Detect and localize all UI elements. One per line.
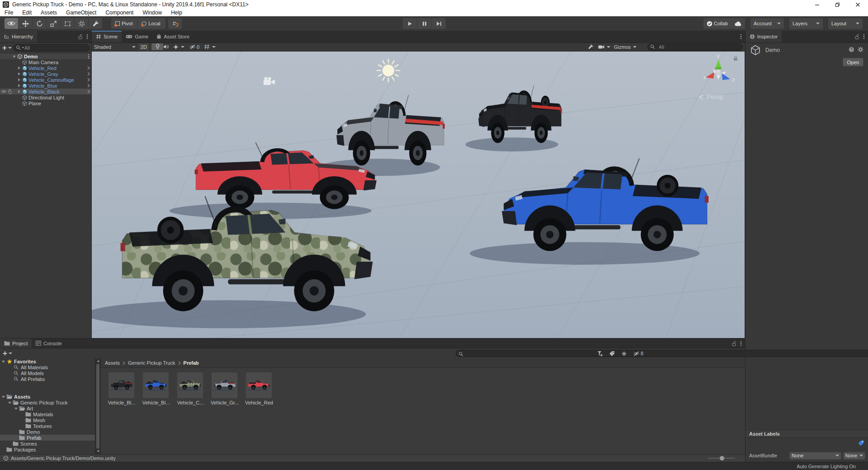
project-folder-generic-pickup-truck[interactable]: Generic Pickup Truck [0, 400, 95, 405]
tab-inspector[interactable]: Inspector [745, 31, 782, 42]
project-folder-prefab[interactable]: Prefab [0, 435, 95, 441]
tab-asset-store[interactable]: Asset Store [152, 31, 193, 42]
draw-mode-dropdown[interactable]: Shaded [94, 43, 136, 50]
scene-tools-wrench-icon[interactable] [588, 43, 594, 50]
asset-item-vehicle-gr-[interactable]: Vehicle_Gr... [212, 372, 238, 405]
scroll-up-icon[interactable] [97, 360, 100, 362]
hierarchy-item-main-camera[interactable]: Main Camera [0, 59, 91, 65]
scene-audio-toggle[interactable] [163, 43, 169, 50]
expand-arrow-icon[interactable] [14, 407, 19, 410]
scene-lighting-toggle[interactable] [151, 43, 163, 50]
expand-arrow-icon[interactable] [16, 66, 21, 70]
transform-tool-button[interactable] [75, 18, 88, 29]
orientation-gizmo[interactable]: x y z [703, 53, 735, 82]
label-tag-icon[interactable] [858, 440, 864, 446]
kebab-menu-icon[interactable] [86, 34, 88, 39]
asset-item-vehicle-red[interactable]: Vehicle_Red [246, 372, 272, 405]
hidden-objects-toggle[interactable]: 0 [189, 43, 199, 50]
scale-tool-button[interactable] [47, 18, 60, 29]
help-icon[interactable]: ? [849, 47, 854, 52]
expand-arrow-icon[interactable] [1, 360, 6, 363]
menu-window[interactable]: Window [138, 9, 166, 16]
filter-by-type-icon[interactable] [597, 350, 603, 357]
close-button[interactable] [848, 0, 868, 9]
menu-file[interactable]: File [0, 9, 18, 16]
expand-arrow-icon[interactable] [16, 72, 21, 76]
project-folder-materials[interactable]: Materials [0, 411, 95, 417]
project-folder-demo[interactable]: Demo [0, 429, 95, 435]
lock-icon[interactable] [732, 341, 736, 346]
grid-snap-button[interactable] [168, 18, 182, 29]
prefab-thumbnail-blue-truck[interactable] [143, 372, 169, 398]
menu-component[interactable]: Component [101, 9, 138, 16]
favorites-item-all-prefabs[interactable]: All Prefabs [0, 376, 95, 382]
thumbnail-size-slider[interactable] [708, 458, 735, 459]
project-favorites-row[interactable]: Favorites [0, 358, 95, 364]
assetbundle-variant-dropdown[interactable]: None [843, 452, 865, 460]
scene-effects-dropdown[interactable] [173, 43, 184, 50]
hierarchy-search-input[interactable] [13, 44, 90, 52]
2d-toggle[interactable]: 2D [139, 43, 149, 50]
layers-dropdown[interactable]: Layers [789, 18, 823, 29]
auto-generate-lighting-status[interactable]: Auto Generate Lighting On [797, 464, 856, 469]
truck-vehicle-blue[interactable] [470, 158, 708, 264]
kebab-menu-icon[interactable] [740, 341, 742, 346]
project-folder-assets[interactable]: Assets [0, 394, 95, 400]
prefab-thumbnail-red-truck[interactable] [246, 372, 272, 398]
pause-button[interactable] [417, 18, 431, 29]
visibility-eye-icon[interactable] [1, 89, 7, 94]
project-tree-scrollbar[interactable] [95, 358, 101, 454]
layout-dropdown[interactable]: Layout [828, 18, 863, 29]
slider-knob[interactable] [720, 456, 724, 461]
step-button[interactable] [432, 18, 446, 29]
project-folder-mesh[interactable]: Mesh [0, 417, 95, 423]
assetbundle-dropdown[interactable]: None [789, 452, 841, 460]
tab-hierarchy[interactable]: Hierarchy [0, 31, 37, 42]
favorites-star-icon[interactable] [621, 351, 627, 357]
project-folder-textures[interactable]: Textures [0, 423, 95, 429]
hierarchy-item-vehicle-red[interactable]: Vehicle_Red [0, 65, 91, 71]
asset-item-vehicle-bl-[interactable]: Vehicle_Bl... [143, 372, 169, 405]
truck-vehicle-red[interactable] [170, 142, 377, 219]
prefab-open-chevron-icon[interactable] [86, 66, 91, 70]
truck-vehicle-gray[interactable] [320, 95, 445, 176]
hierarchy-scene-row[interactable]: Demo [0, 53, 91, 59]
sun-light-gizmo-icon[interactable] [377, 59, 400, 82]
picking-hand-icon[interactable] [8, 89, 12, 94]
prefab-open-chevron-icon[interactable] [86, 72, 91, 76]
scene-search-input[interactable] [647, 43, 743, 51]
expand-arrow-icon[interactable] [16, 89, 21, 94]
hierarchy-item-directional-light[interactable]: Directional Light [0, 94, 91, 100]
scene-camera-dropdown[interactable] [598, 43, 610, 50]
prefab-open-chevron-icon[interactable] [86, 89, 91, 94]
scene-viewport[interactable]: x y z Persp [92, 52, 745, 338]
hierarchy-item-vehicle-camouflage[interactable]: Vehicle_Camouflage [0, 77, 91, 83]
rect-tool-button[interactable] [61, 18, 74, 29]
lock-icon[interactable] [78, 34, 83, 39]
expand-arrow-icon[interactable] [7, 401, 12, 404]
prefab-open-chevron-icon[interactable] [86, 78, 91, 82]
gear-icon[interactable] [858, 47, 863, 52]
prefab-thumbnail-camo-truck[interactable] [177, 372, 203, 398]
project-search-input[interactable] [456, 350, 868, 357]
asset-item-vehicle-bl-[interactable]: Vehicle_Bl... [108, 372, 135, 405]
tab-game[interactable]: Game [122, 31, 152, 42]
breadcrumb-prefab[interactable]: Prefab [184, 360, 199, 366]
breadcrumb-assets[interactable]: Assets [105, 360, 120, 366]
prefab-thumbnail-black-truck[interactable] [108, 372, 134, 398]
project-folder-scenes[interactable]: Scenes [0, 441, 95, 446]
kebab-menu-icon[interactable] [863, 34, 865, 39]
truck-vehicle-black[interactable] [465, 85, 561, 151]
camera-gizmo-icon[interactable] [264, 77, 275, 85]
menu-gameobject[interactable]: GameObject [61, 9, 101, 16]
expand-arrow-icon[interactable] [16, 78, 21, 82]
prefab-open-chevron-icon[interactable] [86, 84, 91, 88]
project-folder-packages[interactable]: Packages [0, 446, 95, 452]
hierarchy-item-vehicle-gray[interactable]: Vehicle_Gray [0, 71, 91, 77]
scrollbar-thumb[interactable] [96, 364, 99, 449]
expand-arrow-icon[interactable] [16, 84, 21, 88]
perspective-mode-label[interactable]: Persp [699, 93, 723, 100]
minimize-button[interactable] [807, 0, 827, 9]
pivot-toggle[interactable]: Pivot [111, 18, 137, 29]
grid-visibility-dropdown[interactable] [204, 43, 216, 50]
